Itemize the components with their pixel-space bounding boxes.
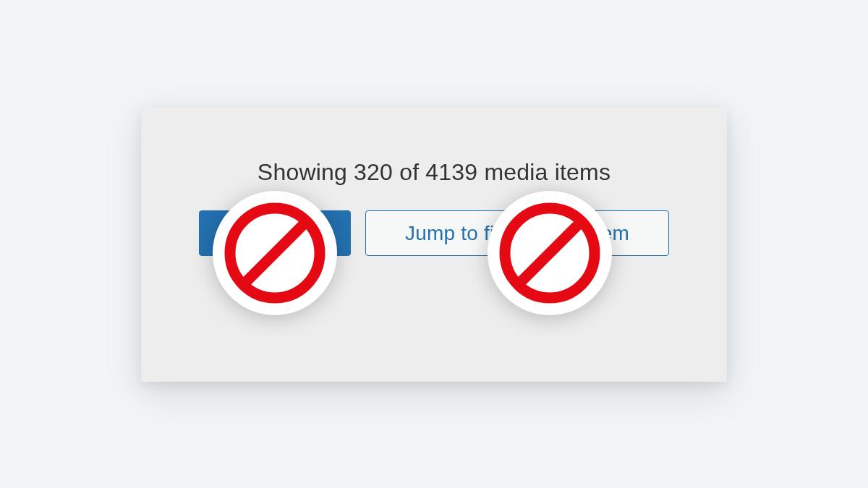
- action-button-row: Load more Jump to first loaded item: [199, 210, 669, 257]
- load-more-button[interactable]: Load more: [199, 210, 351, 257]
- media-loader-panel: Showing 320 of 4139 media items Load mor…: [141, 107, 727, 382]
- jump-to-first-button[interactable]: Jump to first loaded item: [365, 210, 669, 257]
- media-count-status: Showing 320 of 4139 media items: [258, 159, 610, 186]
